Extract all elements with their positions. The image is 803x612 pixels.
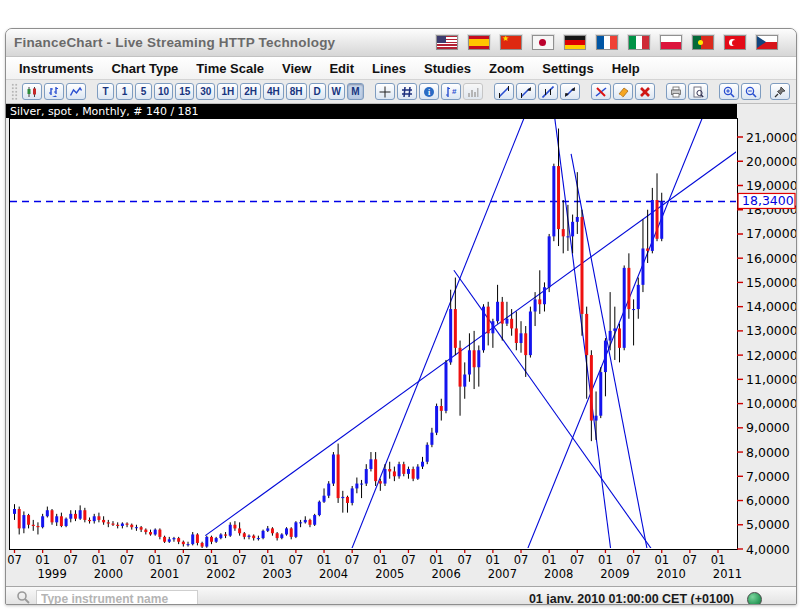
- candle-body: [355, 484, 358, 489]
- menu-item-studies[interactable]: Studies: [415, 61, 480, 76]
- timescale-4h-button[interactable]: 4H: [263, 83, 284, 100]
- candle-body: [632, 309, 635, 310]
- timescale-10-button[interactable]: 10: [154, 83, 173, 100]
- candle-body: [238, 528, 241, 533]
- current-price-label: 18,3400: [742, 193, 794, 208]
- candle-body: [538, 299, 541, 304]
- zoom-in-button[interactable]: [719, 83, 739, 100]
- x-axis-label: 07: [345, 553, 360, 567]
- candle-body: [595, 416, 598, 421]
- candle-body: [257, 538, 260, 539]
- candle-body: [627, 268, 630, 309]
- toolbar: T151015301H2H4H8HDWM i #: [6, 80, 796, 104]
- x-axis-label: 01: [92, 553, 107, 567]
- title-bar: FinanceChart - Live Streaming HTTP Techn…: [6, 29, 796, 57]
- candle-body: [440, 406, 443, 411]
- flag-usa-icon[interactable]: [436, 35, 458, 50]
- menu-item-help[interactable]: Help: [603, 61, 649, 76]
- grid-icon: [401, 86, 413, 98]
- timescale-15-button[interactable]: 15: [175, 83, 194, 100]
- x-axis-label: 01: [711, 553, 726, 567]
- y-axis-label: 5,0000: [746, 517, 790, 532]
- menu-item-instruments[interactable]: Instruments: [10, 61, 102, 76]
- eraser-button[interactable]: [613, 83, 633, 100]
- timescale-1-button[interactable]: 1: [116, 83, 133, 100]
- candle-body: [449, 309, 452, 362]
- trendline-arrow-button[interactable]: [516, 83, 536, 100]
- candle-body: [121, 524, 124, 526]
- flag-china-icon[interactable]: [500, 35, 522, 50]
- flag-germany-icon[interactable]: [564, 35, 586, 50]
- print-icon: [670, 86, 682, 98]
- candle-body: [393, 471, 396, 476]
- x-axis-label: 01: [598, 553, 613, 567]
- candle-body: [111, 524, 114, 525]
- y-axis-label: 12,0000: [746, 348, 796, 363]
- plot-background[interactable]: [9, 118, 737, 549]
- y-axis-label: 20,0000: [746, 154, 796, 169]
- candle-body: [388, 469, 391, 471]
- line-chart-button[interactable]: [66, 83, 86, 100]
- timescale-1h-button[interactable]: 1H: [217, 83, 238, 100]
- candle-body: [477, 350, 480, 367]
- candle-body: [618, 328, 621, 347]
- print-preview-button[interactable]: [688, 83, 708, 100]
- menu-item-time-scale[interactable]: Time Scale: [187, 61, 273, 76]
- x-axis-year-label: 2007: [488, 567, 517, 581]
- instrument-search-input[interactable]: [36, 590, 198, 605]
- flag-portugal-icon[interactable]: [692, 35, 714, 50]
- flag-france-icon[interactable]: [596, 35, 618, 50]
- print-button[interactable]: [666, 83, 686, 100]
- bar-chart-button[interactable]: [44, 83, 64, 100]
- trendline-ray-button[interactable]: [560, 83, 580, 100]
- pin-toolbar-button[interactable]: [770, 83, 790, 100]
- trendline-segment-button[interactable]: [494, 83, 514, 100]
- candle-body: [107, 522, 110, 523]
- candle-body: [444, 362, 447, 410]
- candle-body: [435, 406, 438, 433]
- timescale-5-button[interactable]: 5: [135, 83, 152, 100]
- timescale-30-button[interactable]: 30: [196, 83, 215, 100]
- flag-poland-icon[interactable]: [660, 35, 682, 50]
- toolbar-grip-handle[interactable]: [11, 83, 18, 100]
- menu-item-lines[interactable]: Lines: [363, 61, 415, 76]
- price-chart-svg[interactable]: Silver, spot , Monthly, # 140 / 18121,00…: [6, 104, 796, 582]
- timescale-8h-button[interactable]: 8H: [286, 83, 307, 100]
- menu-item-edit[interactable]: Edit: [320, 61, 363, 76]
- x-axis-year-label: 2000: [94, 567, 123, 581]
- timescale-2h-button[interactable]: 2H: [240, 83, 261, 100]
- x-axis-label: 07: [457, 553, 472, 567]
- crosshair-button[interactable]: [375, 83, 395, 100]
- candle-body: [341, 497, 344, 498]
- volume-histogram-button[interactable]: [463, 83, 483, 100]
- candlestick-chart-button[interactable]: [22, 83, 42, 100]
- menu-item-view[interactable]: View: [273, 61, 320, 76]
- timescale-t-button[interactable]: T: [97, 83, 114, 100]
- timescale-d-button[interactable]: D: [309, 83, 326, 100]
- x-axis-year-label: 2011: [713, 567, 742, 581]
- candle-body: [46, 510, 49, 516]
- menu-item-settings[interactable]: Settings: [533, 61, 602, 76]
- app-window: FinanceChart - Live Streaming HTTP Techn…: [5, 28, 797, 605]
- flag-czech-icon[interactable]: [756, 35, 778, 50]
- x-axis-year-label: 2004: [319, 567, 348, 581]
- timescale-w-button[interactable]: W: [328, 83, 345, 100]
- info-button[interactable]: i: [419, 83, 439, 100]
- flag-spain-icon[interactable]: [468, 35, 490, 50]
- x-axis-label: 07: [683, 553, 698, 567]
- remove-line-button[interactable]: [591, 83, 611, 100]
- trendline-extend-button[interactable]: [538, 83, 558, 100]
- candle-body: [271, 528, 274, 533]
- delete-all-button[interactable]: [635, 83, 655, 100]
- flag-japan-icon[interactable]: [532, 35, 554, 50]
- candle-body: [93, 516, 96, 521]
- price-marker-button[interactable]: #: [441, 83, 461, 100]
- flag-turkey-icon[interactable]: [724, 35, 746, 50]
- timescale-m-button[interactable]: M: [347, 83, 364, 100]
- menu-item-zoom[interactable]: Zoom: [480, 61, 533, 76]
- zoom-out-button[interactable]: [741, 83, 761, 100]
- grid-button[interactable]: [397, 83, 417, 100]
- candle-body: [248, 536, 251, 537]
- flag-italy-icon[interactable]: [628, 35, 650, 50]
- menu-item-chart-type[interactable]: Chart Type: [102, 61, 187, 76]
